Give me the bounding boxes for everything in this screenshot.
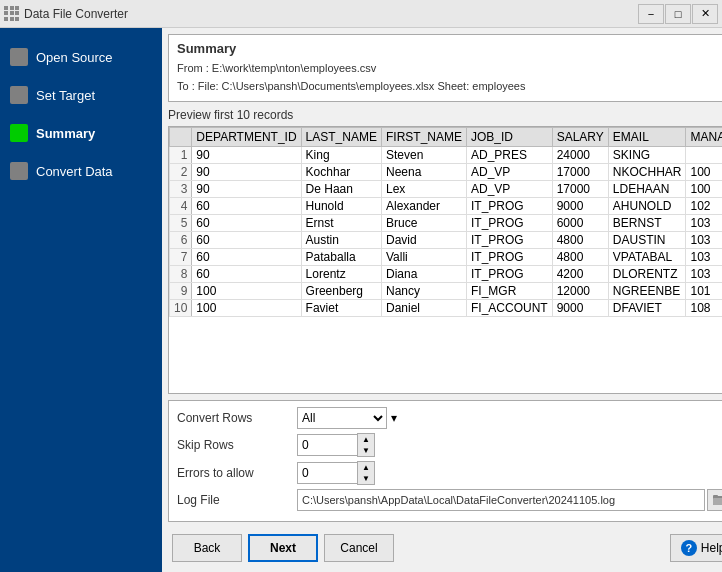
data-preview-table-container[interactable]: DEPARTMENT_IDLAST_NAMEFIRST_NAMEJOB_IDSA…: [168, 126, 722, 394]
errors-up-button[interactable]: ▲: [358, 462, 374, 473]
table-row: 390De HaanLexAD_VP17000LDEHAAN100: [170, 181, 723, 198]
footer: Back Next Cancel ? Help: [168, 528, 722, 566]
footer-right: ? Help: [670, 534, 722, 562]
errors-down-button[interactable]: ▼: [358, 473, 374, 484]
cell: 60: [192, 198, 301, 215]
skip-rows-up-button[interactable]: ▲: [358, 434, 374, 445]
maximize-button[interactable]: □: [665, 4, 691, 24]
cell: Steven: [381, 147, 466, 164]
skip-rows-down-button[interactable]: ▼: [358, 445, 374, 456]
col-header-first_name: FIRST_NAME: [381, 128, 466, 147]
cell: 108: [686, 300, 722, 317]
cell: DAUSTIN: [608, 232, 686, 249]
help-label: Help: [701, 541, 722, 555]
cell: 12000: [552, 283, 608, 300]
skip-rows-row: Skip Rows ▲ ▼: [177, 433, 722, 457]
convert-rows-select[interactable]: All First N rows Custom range: [297, 407, 387, 429]
summary-box: Summary From : E:\work\temp\nton\employe…: [168, 34, 722, 102]
cell: Nancy: [381, 283, 466, 300]
step-icon-set-target: [10, 86, 28, 104]
table-row: 290KochharNeenaAD_VP17000NKOCHHAR100: [170, 164, 723, 181]
cell: 6000: [552, 215, 608, 232]
errors-buttons: ▲ ▼: [357, 461, 375, 485]
cell: AD_PRES: [466, 147, 552, 164]
cell: DLORENTZ: [608, 266, 686, 283]
cell: FI_ACCOUNT: [466, 300, 552, 317]
cell: Greenberg: [301, 283, 381, 300]
cell: [686, 147, 722, 164]
row-number: 6: [170, 232, 192, 249]
sidebar-item-open-source[interactable]: Open Source: [0, 38, 162, 76]
row-number: 10: [170, 300, 192, 317]
cell: FI_MGR: [466, 283, 552, 300]
back-button[interactable]: Back: [172, 534, 242, 562]
cell: David: [381, 232, 466, 249]
cell: Austin: [301, 232, 381, 249]
row-number: 3: [170, 181, 192, 198]
cell: 90: [192, 164, 301, 181]
cell: 102: [686, 198, 722, 215]
skip-rows-input[interactable]: [297, 434, 357, 456]
table-body: 190KingStevenAD_PRES24000SKING290Kochhar…: [170, 147, 723, 317]
cell: 17000: [552, 164, 608, 181]
col-header-rownum: [170, 128, 192, 147]
skip-rows-buttons: ▲ ▼: [357, 433, 375, 457]
col-header-email: EMAIL: [608, 128, 686, 147]
convert-rows-label: Convert Rows: [177, 411, 297, 425]
col-header-department_id: DEPARTMENT_ID: [192, 128, 301, 147]
table-row: 9100GreenbergNancyFI_MGR12000NGREENBE101: [170, 283, 723, 300]
next-button[interactable]: Next: [248, 534, 318, 562]
cell: LDEHAAN: [608, 181, 686, 198]
title-bar-title: Data File Converter: [24, 7, 128, 21]
cell: Pataballa: [301, 249, 381, 266]
cell: Lex: [381, 181, 466, 198]
col-header-job_id: JOB_ID: [466, 128, 552, 147]
cell: 100: [192, 300, 301, 317]
errors-label: Errors to allow: [177, 466, 297, 480]
logfile-browse-button[interactable]: [707, 489, 722, 511]
row-number: 4: [170, 198, 192, 215]
preview-label: Preview first 10 records: [168, 108, 722, 122]
row-number: 2: [170, 164, 192, 181]
folder-icon: [713, 494, 722, 506]
sidebar-item-set-target[interactable]: Set Target: [0, 76, 162, 114]
row-number: 1: [170, 147, 192, 164]
cell: DFAVIET: [608, 300, 686, 317]
errors-row: Errors to allow ▲ ▼: [177, 461, 722, 485]
sidebar: Open Source Set Target Summary Convert D…: [0, 28, 162, 572]
table-row: 660AustinDavidIT_PROG4800DAUSTIN103: [170, 232, 723, 249]
help-button[interactable]: ? Help: [670, 534, 722, 562]
errors-spinner: ▲ ▼: [297, 461, 375, 485]
cell: IT_PROG: [466, 215, 552, 232]
sidebar-label-summary: Summary: [36, 126, 95, 141]
logfile-input[interactable]: [297, 489, 705, 511]
sidebar-label-convert-data: Convert Data: [36, 164, 113, 179]
minimize-button[interactable]: −: [638, 4, 664, 24]
col-header-last_name: LAST_NAME: [301, 128, 381, 147]
cancel-button[interactable]: Cancel: [324, 534, 394, 562]
cell: 103: [686, 232, 722, 249]
cell: Alexander: [381, 198, 466, 215]
cell: 4800: [552, 232, 608, 249]
cell: 4200: [552, 266, 608, 283]
cell: IT_PROG: [466, 198, 552, 215]
cell: 4800: [552, 249, 608, 266]
summary-to: To : File: C:\Users\pansh\Documents\empl…: [177, 78, 722, 96]
errors-input[interactable]: [297, 462, 357, 484]
close-button[interactable]: ✕: [692, 4, 718, 24]
sidebar-item-convert-data[interactable]: Convert Data: [0, 152, 162, 190]
cell: Faviet: [301, 300, 381, 317]
cell: IT_PROG: [466, 232, 552, 249]
logfile-label: Log File: [177, 493, 297, 507]
cell: Neena: [381, 164, 466, 181]
cell: IT_PROG: [466, 249, 552, 266]
cell: IT_PROG: [466, 266, 552, 283]
cell: NGREENBE: [608, 283, 686, 300]
sidebar-item-summary[interactable]: Summary: [0, 114, 162, 152]
step-icon-summary: [10, 124, 28, 142]
cell: AHUNOLD: [608, 198, 686, 215]
cell: 60: [192, 232, 301, 249]
col-header-manag: MANAG: [686, 128, 722, 147]
title-bar-controls: − □ ✕: [638, 4, 718, 24]
cell: VPATABAL: [608, 249, 686, 266]
